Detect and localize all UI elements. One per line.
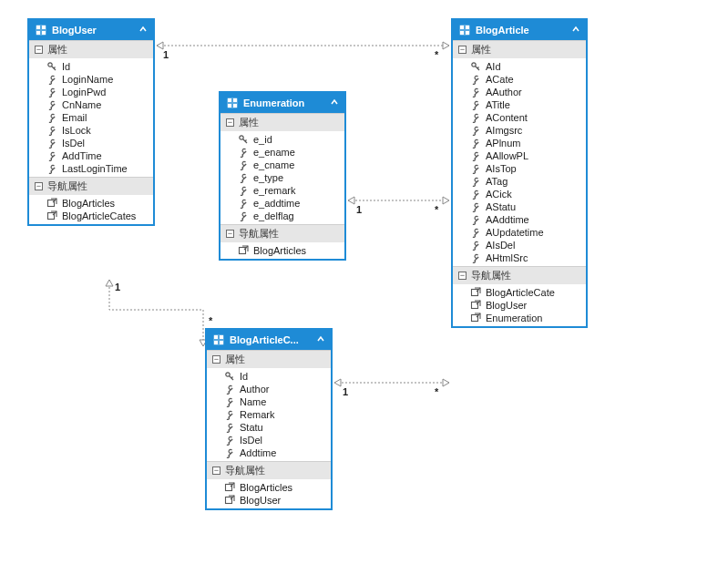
navigation-row[interactable]: BlogUser: [453, 299, 586, 312]
property-row[interactable]: e_addtime: [220, 197, 344, 210]
section-label: 导航属性: [225, 464, 265, 477]
chevron-up-icon[interactable]: [314, 334, 325, 345]
property-row[interactable]: ATag: [453, 175, 586, 188]
navigation-name: BlogArticleCates: [62, 210, 136, 221]
navigation-icon: [223, 495, 236, 506]
navigation-icon: [469, 287, 482, 298]
collapse-icon[interactable]: −: [458, 46, 467, 54]
properties-list: IdAuthorNameRemarkStatuIsDelAddtime: [207, 368, 331, 461]
collapse-icon[interactable]: −: [226, 230, 234, 238]
navigation-row[interactable]: BlogArticles: [220, 244, 344, 257]
property-row[interactable]: AddTime: [29, 149, 153, 162]
wrench-icon: [46, 150, 58, 161]
property-name: AImgsrc: [486, 125, 522, 136]
property-row[interactable]: Id: [207, 370, 331, 383]
entity-header[interactable]: Enumeration: [220, 93, 344, 113]
entity-blogarticlecate[interactable]: BlogArticleC...−属性IdAuthorNameRemarkStat…: [205, 328, 333, 510]
section-header-properties[interactable]: −属性: [29, 40, 153, 58]
collapse-icon[interactable]: −: [212, 355, 220, 364]
property-row[interactable]: AContent: [453, 111, 586, 124]
property-row[interactable]: IsDel: [207, 434, 331, 446]
property-row[interactable]: LoginName: [29, 73, 153, 86]
property-row[interactable]: ACick: [453, 188, 586, 200]
diagram-canvas[interactable]: 1 * 1 * 1 * 1 * BlogUser−属性IdLoginNameLo…: [0, 0, 728, 564]
section-header-properties[interactable]: −属性: [453, 40, 586, 58]
chevron-up-icon[interactable]: [137, 25, 148, 36]
wrench-icon: [46, 112, 58, 123]
property-row[interactable]: AAuthor: [453, 86, 586, 98]
svg-rect-37: [466, 31, 469, 35]
section-label: 导航属性: [239, 227, 279, 241]
navigation-name: BlogUser: [486, 300, 527, 311]
property-row[interactable]: Remark: [207, 408, 331, 421]
property-name: IsDel: [240, 435, 262, 446]
property-row[interactable]: e_delflag: [220, 210, 344, 222]
property-row[interactable]: AIsTop: [453, 162, 586, 175]
property-row[interactable]: IsDel: [29, 137, 153, 149]
property-row[interactable]: e_type: [220, 171, 344, 184]
section-header-navigation[interactable]: −导航属性: [29, 177, 153, 195]
property-row[interactable]: AIsDel: [453, 239, 586, 251]
properties-list: AIdACateAAuthorATitleAContentAImgsrcAPln…: [453, 58, 586, 266]
svg-marker-6: [106, 280, 113, 286]
navigation-row[interactable]: BlogArticleCates: [29, 210, 153, 222]
collapse-icon[interactable]: −: [458, 272, 467, 280]
entity-header[interactable]: BlogUser: [29, 20, 153, 40]
property-row[interactable]: AAllowPL: [453, 149, 586, 162]
property-row[interactable]: AImgsrc: [453, 124, 586, 137]
entity-blogarticle[interactable]: BlogArticle−属性AIdACateAAuthorATitleACont…: [451, 18, 588, 328]
collapse-icon[interactable]: −: [212, 467, 220, 475]
property-row[interactable]: e_cname: [220, 159, 344, 171]
property-row[interactable]: LoginPwd: [29, 86, 153, 98]
collapse-icon[interactable]: −: [35, 46, 43, 54]
property-row[interactable]: AHtmlSrc: [453, 251, 586, 264]
navigation-row[interactable]: Enumeration: [453, 312, 586, 324]
property-row[interactable]: e_remark: [220, 184, 344, 197]
section-header-properties[interactable]: −属性: [220, 113, 344, 131]
property-row[interactable]: LastLoginTime: [29, 162, 153, 175]
navigation-name: Enumeration: [486, 313, 542, 323]
entity-title: BlogUser: [52, 25, 137, 36]
property-row[interactable]: Name: [207, 395, 331, 408]
wrench-icon: [469, 74, 482, 85]
property-row[interactable]: e_ename: [220, 146, 344, 159]
property-row[interactable]: Addtime: [207, 446, 331, 459]
property-row[interactable]: e_id: [220, 133, 344, 146]
property-name: CnName: [62, 99, 101, 110]
navigation-icon: [46, 198, 58, 209]
section-header-navigation[interactable]: −导航属性: [453, 266, 586, 284]
wrench-icon: [469, 112, 482, 123]
navigation-row[interactable]: BlogArticles: [207, 481, 331, 494]
property-name: Addtime: [240, 447, 276, 458]
property-row[interactable]: APlnum: [453, 137, 586, 149]
property-row[interactable]: CnName: [29, 98, 153, 111]
chevron-up-icon[interactable]: [569, 25, 580, 36]
property-row[interactable]: Email: [29, 111, 153, 124]
property-row[interactable]: ACate: [453, 73, 586, 86]
collapse-icon[interactable]: −: [226, 118, 234, 127]
property-row[interactable]: AUpdatetime: [453, 226, 586, 239]
navigation-row[interactable]: BlogArticleCate: [453, 286, 586, 299]
section-header-properties[interactable]: −属性: [207, 350, 331, 368]
chevron-up-icon[interactable]: [328, 97, 339, 108]
entity-enumeration[interactable]: Enumeration−属性e_ide_enamee_cnamee_typee_…: [219, 91, 346, 261]
section-header-navigation[interactable]: −导航属性: [220, 224, 344, 242]
wrench-icon: [469, 87, 482, 97]
navigation-name: BlogArticles: [240, 482, 292, 493]
entity-header[interactable]: BlogArticleC...: [207, 330, 331, 350]
navigation-name: BlogArticleCate: [486, 287, 555, 298]
property-row[interactable]: AAddtime: [453, 213, 586, 226]
property-row[interactable]: Statu: [207, 421, 331, 434]
property-row[interactable]: AStatu: [453, 200, 586, 213]
property-row[interactable]: Id: [29, 60, 153, 73]
section-header-navigation[interactable]: −导航属性: [207, 461, 331, 479]
property-row[interactable]: Author: [207, 383, 331, 395]
entity-bloguser[interactable]: BlogUser−属性IdLoginNameLoginPwdCnNameEmai…: [27, 18, 155, 226]
collapse-icon[interactable]: −: [35, 182, 43, 190]
property-row[interactable]: IsLock: [29, 124, 153, 137]
navigation-row[interactable]: BlogArticles: [29, 197, 153, 210]
property-row[interactable]: AId: [453, 60, 586, 73]
property-row[interactable]: ATitle: [453, 98, 586, 111]
entity-header[interactable]: BlogArticle: [453, 20, 586, 40]
navigation-row[interactable]: BlogUser: [207, 494, 331, 507]
